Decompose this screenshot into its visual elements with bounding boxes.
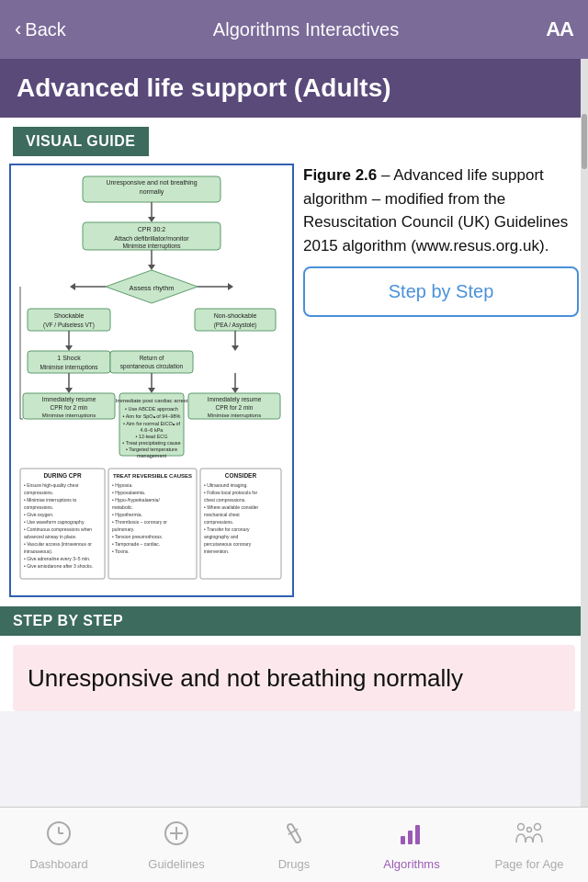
svg-text:• Ultrasound imaging.: • Ultrasound imaging. [204, 482, 248, 488]
nav-bar: ‹ Back Algorithms Interactives AA [0, 0, 588, 59]
svg-marker-24 [65, 345, 73, 351]
svg-marker-4 [148, 217, 155, 222]
svg-text:CPR for 2 min: CPR for 2 min [216, 404, 254, 411]
svg-text:• 12-lead ECG: • 12-lead ECG [135, 434, 167, 439]
svg-text:intraosseous).: intraosseous). [24, 548, 52, 554]
svg-text:• Give amiodarone after 3 shoc: • Give amiodarone after 3 shocks. [24, 563, 93, 569]
svg-text:• Tension pneumothorax.: • Tension pneumothorax. [112, 534, 163, 539]
scrollbar-thumb[interactable] [582, 114, 587, 169]
svg-text:Minimise interruptions: Minimise interruptions [122, 243, 181, 250]
flowchart-diagram: Unresponsive and not breathing normally … [9, 164, 294, 597]
drugs-icon [280, 820, 308, 854]
svg-rect-104 [287, 822, 301, 842]
svg-text:Assess rhythm: Assess rhythm [129, 284, 174, 292]
svg-text:percutaneous coronary: percutaneous coronary [204, 541, 252, 547]
svg-text:• Use ABCDE approach: • Use ABCDE approach [125, 406, 178, 412]
svg-text:• Thrombosis – coronary or: • Thrombosis – coronary or [112, 519, 167, 525]
figure-caption-text: Figure 2.6 – Advanced life support algor… [303, 164, 579, 257]
svg-text:• Hypothermia.: • Hypothermia. [112, 512, 142, 517]
visual-guide-header: VISUAL GUIDE [0, 118, 588, 164]
svg-text:Return of: Return of [140, 355, 164, 361]
page-title: Advanced life support (Adults) [17, 74, 571, 103]
svg-text:• Hypoxia.: • Hypoxia. [112, 482, 133, 488]
svg-text:Shockable: Shockable [54, 312, 85, 319]
svg-text:CONSIDER: CONSIDER [225, 472, 257, 479]
svg-text:• Minimise interruptions to: • Minimise interruptions to [24, 497, 77, 503]
svg-text:pulmonary.: pulmonary. [112, 526, 134, 532]
figure-layout: Unresponsive and not breathing normally … [0, 164, 588, 606]
dashboard-icon [45, 820, 73, 854]
step-content-text: Unresponsive and not breathing normally [28, 662, 560, 695]
svg-text:DURING CPR: DURING CPR [43, 472, 81, 479]
tab-page-for-age[interactable]: Page for Age [470, 820, 588, 871]
tab-dashboard[interactable]: Dashboard [0, 820, 118, 871]
step-by-step-button[interactable]: Step by Step [303, 266, 579, 317]
svg-text:• Treat precipitating cause: • Treat precipitating cause [122, 440, 180, 446]
svg-text:advanced airway in place.: advanced airway in place. [24, 534, 77, 539]
back-chevron-icon: ‹ [15, 19, 21, 40]
svg-text:Non-shockable: Non-shockable [214, 312, 257, 319]
svg-text:CPR 30:2: CPR 30:2 [138, 226, 165, 232]
svg-text:Minimise interruptions: Minimise interruptions [40, 364, 98, 371]
step-by-step-label: STEP BY STEP [13, 613, 123, 628]
svg-text:CPR for 2 min: CPR for 2 min [51, 404, 88, 411]
svg-text:• Where available consider: • Where available consider [204, 504, 259, 510]
tab-drugs[interactable]: Drugs [235, 820, 353, 871]
guidelines-icon [163, 820, 190, 854]
svg-text:• Follow local protocols for: • Follow local protocols for [204, 490, 257, 495]
svg-text:Immediately resume: Immediately resume [42, 396, 96, 403]
tab-page-for-age-label: Page for Age [494, 857, 563, 871]
svg-text:• Continuous compressions when: • Continuous compressions when [24, 526, 92, 532]
tab-dashboard-label: Dashboard [29, 857, 88, 871]
flowchart-svg: Unresponsive and not breathing normally … [18, 173, 285, 586]
svg-text:Immediately resume: Immediately resume [208, 396, 262, 403]
svg-marker-97 [18, 281, 26, 288]
svg-text:• Targeted temperature: • Targeted temperature [126, 447, 177, 452]
back-button[interactable]: ‹ Back [15, 19, 66, 40]
svg-text:4.6–6 kPa: 4.6–6 kPa [141, 427, 164, 433]
tab-drugs-label: Drugs [278, 857, 311, 871]
tab-guidelines-label: Guidelines [148, 857, 204, 871]
svg-text:Minimise interruptions: Minimise interruptions [42, 413, 96, 418]
visual-guide-label: VISUAL GUIDE [13, 127, 149, 156]
svg-marker-34 [65, 388, 73, 393]
svg-marker-29 [232, 345, 239, 351]
visual-guide-section: VISUAL GUIDE Unresponsive and not breath… [0, 118, 588, 606]
tab-algorithms[interactable]: Algorithms [353, 820, 470, 871]
svg-text:management: management [137, 453, 167, 458]
svg-text:(PEA / Asystole): (PEA / Asystole) [214, 322, 257, 329]
svg-marker-40 [148, 388, 155, 393]
font-size-button[interactable]: AA [546, 17, 573, 41]
step-by-step-header: STEP BY STEP [0, 606, 588, 636]
svg-text:TREAT REVERSIBLE CAUSES: TREAT REVERSIBLE CAUSES [113, 473, 192, 479]
svg-text:Unresponsive and not breathing: Unresponsive and not breathing [106, 179, 197, 187]
page-for-age-icon [514, 820, 545, 854]
svg-text:• Use waveform capnography.: • Use waveform capnography. [24, 519, 85, 525]
svg-rect-108 [415, 825, 420, 844]
svg-text:compressions.: compressions. [24, 490, 53, 495]
algorithms-icon [398, 820, 425, 854]
svg-text:compressions.: compressions. [24, 504, 53, 510]
svg-text:• Give oxygen.: • Give oxygen. [24, 512, 53, 517]
svg-point-110 [535, 823, 541, 830]
step-content-box: Unresponsive and not breathing normally [13, 645, 575, 711]
tab-algorithms-label: Algorithms [383, 857, 439, 871]
svg-point-111 [527, 827, 532, 831]
step-by-step-section: STEP BY STEP Unresponsive and not breath… [0, 606, 588, 711]
tab-bar: Dashboard Guidelines Drugs [0, 807, 588, 882]
svg-text:metabolic.: metabolic. [112, 504, 133, 510]
svg-text:• Aim for normal EtCO₂ of: • Aim for normal EtCO₂ of [123, 421, 180, 426]
svg-text:• Ensure high-quality chest: • Ensure high-quality chest [24, 482, 79, 488]
nav-title: Algorithms Interactives [66, 19, 546, 40]
svg-text:mechanical chest: mechanical chest [204, 512, 240, 517]
svg-text:• Hypo-/hyperkalaemia/: • Hypo-/hyperkalaemia/ [112, 497, 160, 503]
svg-text:spontaneous circulation: spontaneous circulation [120, 363, 184, 370]
svg-text:• Tamponade – cardiac.: • Tamponade – cardiac. [112, 541, 160, 547]
scrollbar[interactable] [581, 59, 588, 807]
svg-point-109 [518, 823, 525, 830]
tab-guidelines[interactable]: Guidelines [118, 820, 235, 871]
svg-rect-106 [401, 836, 405, 844]
svg-marker-52 [232, 388, 239, 393]
svg-text:Minimise interruptions: Minimise interruptions [208, 413, 261, 418]
svg-text:• Transfer for coronary: • Transfer for coronary [204, 526, 250, 532]
